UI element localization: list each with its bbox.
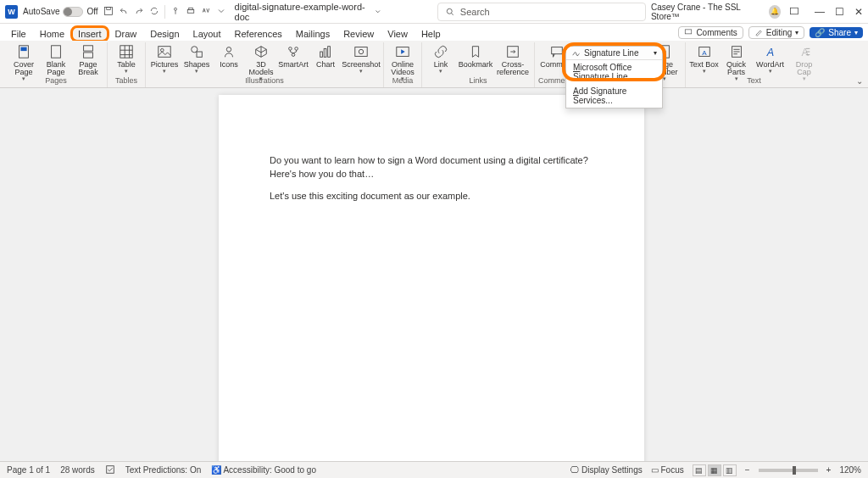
document-canvas[interactable]: Do you want to learn how to sign a Word …: [0, 88, 868, 461]
add-signature-services-item[interactable]: Add Signature Services...: [566, 84, 662, 108]
editing-mode-button[interactable]: Editing▾: [748, 26, 805, 39]
svg-point-26: [359, 49, 363, 53]
view-mode-buttons: ▤ ▦ ▥: [693, 464, 737, 476]
ms-office-signature-line-item[interactable]: Microsoft Office Signature Line...: [566, 60, 662, 84]
tab-references[interactable]: References: [229, 27, 288, 41]
autosave-state: Off: [86, 7, 97, 16]
tab-mailings[interactable]: Mailings: [290, 27, 336, 41]
screenshot-button[interactable]: Screenshot▾: [342, 42, 380, 74]
tab-view[interactable]: View: [381, 27, 414, 41]
document-page[interactable]: Do you want to learn how to sign a Word …: [219, 95, 644, 461]
tab-help[interactable]: Help: [415, 27, 447, 41]
svg-point-21: [292, 53, 295, 57]
status-accessibility[interactable]: ♿ Accessibility: Good to go: [211, 465, 316, 475]
group-tables: Table▾ Tables: [108, 42, 146, 87]
status-bar: Page 1 of 1 28 words Text Predictions: O…: [0, 461, 868, 478]
status-words[interactable]: 28 words: [60, 465, 95, 475]
avatar[interactable]: 🔔: [769, 5, 781, 19]
tab-home[interactable]: Home: [34, 27, 70, 41]
svg-rect-1: [106, 7, 110, 9]
svg-point-19: [289, 47, 292, 51]
tab-file[interactable]: File: [5, 27, 32, 41]
signature-line-button[interactable]: Signature Line ▾: [566, 47, 662, 60]
quick-access-toolbar: [103, 5, 226, 19]
redo-icon[interactable]: [134, 6, 144, 18]
tab-draw[interactable]: Draw: [109, 27, 143, 41]
search-input[interactable]: Search: [437, 3, 646, 21]
table-button[interactable]: Table▾: [111, 42, 142, 74]
search-icon: [445, 7, 455, 17]
svg-text:A: A: [801, 47, 809, 58]
maximize-button[interactable]: ☐: [835, 6, 844, 18]
paragraph-2[interactable]: Let's use this exciting document as our …: [270, 190, 593, 203]
print-layout-button[interactable]: ▦: [708, 464, 721, 476]
pictures-button[interactable]: Pictures▾: [149, 42, 180, 74]
status-page[interactable]: Page 1 of 1: [7, 465, 50, 475]
tab-design[interactable]: Design: [144, 27, 185, 41]
group-links: Link▾ Bookmark Cross- reference Links: [422, 42, 535, 87]
svg-rect-7: [686, 30, 693, 34]
tab-insert[interactable]: Insert: [72, 27, 108, 41]
wordart-button[interactable]: AWordArt▾: [754, 42, 787, 74]
text-box-button[interactable]: AText Box▾: [689, 42, 720, 74]
focus-button[interactable]: ▭ Focus: [651, 465, 684, 475]
svg-rect-13: [120, 46, 132, 58]
icons-button[interactable]: Icons: [214, 42, 244, 69]
qat-dropdown-icon[interactable]: [216, 6, 226, 18]
zoom-in-button[interactable]: +: [826, 465, 832, 475]
document-name[interactable]: digital-signature-example-word-doc: [235, 2, 381, 22]
paragraph-1[interactable]: Do you want to learn how to sign a Word …: [270, 154, 593, 181]
save-icon[interactable]: [103, 6, 114, 18]
svg-rect-22: [320, 52, 323, 57]
svg-rect-9: [20, 47, 26, 52]
status-proofing-icon[interactable]: [105, 464, 115, 476]
chart-button[interactable]: Chart: [310, 42, 341, 69]
touch-mode-icon[interactable]: [170, 6, 181, 18]
comments-button[interactable]: Comments: [678, 26, 743, 39]
tab-layout[interactable]: Layout: [187, 27, 227, 41]
svg-rect-6: [791, 8, 798, 14]
svg-rect-43: [106, 465, 114, 473]
blank-page-button[interactable]: Blank Page: [41, 42, 71, 76]
user-name[interactable]: Casey Crane - The SSL Store™: [651, 3, 760, 21]
zoom-level[interactable]: 120%: [839, 465, 861, 475]
bookmark-button[interactable]: Bookmark: [458, 42, 493, 69]
zoom-slider[interactable]: [759, 469, 818, 472]
sync-icon[interactable]: [149, 6, 159, 18]
autosave-label: AutoSave: [23, 7, 59, 16]
shapes-button[interactable]: Shapes▾: [181, 42, 212, 74]
autosave-toggle[interactable]: AutoSave Off: [23, 7, 98, 17]
status-predictions[interactable]: Text Predictions: On: [125, 465, 201, 475]
zoom-out-button[interactable]: −: [745, 465, 750, 475]
web-layout-button[interactable]: ▥: [723, 464, 737, 476]
svg-text:#: #: [663, 49, 666, 57]
svg-rect-24: [328, 47, 331, 58]
print-icon[interactable]: [186, 6, 196, 18]
ribbon: Cover Page▾ Blank Page Page Break Pages …: [0, 41, 868, 88]
share-button[interactable]: 🔗Share▾: [810, 27, 863, 38]
svg-point-18: [226, 47, 231, 52]
ribbon-display-icon[interactable]: [789, 6, 799, 18]
undo-icon[interactable]: [119, 6, 129, 18]
tab-review[interactable]: Review: [337, 27, 380, 41]
drop-cap-button[interactable]: ADrop Cap▾: [789, 42, 820, 81]
display-settings-button[interactable]: 🖵 Display Settings: [570, 465, 642, 475]
svg-point-2: [174, 8, 176, 10]
link-button[interactable]: Link▾: [426, 42, 456, 74]
smartart-button[interactable]: SmartArt: [278, 42, 309, 69]
page-break-button[interactable]: Page Break: [73, 42, 103, 76]
svg-rect-29: [551, 47, 562, 54]
collapse-ribbon-button[interactable]: ⌄: [856, 76, 863, 86]
read-mode-button[interactable]: ▤: [693, 464, 706, 476]
cover-page-button[interactable]: Cover Page▾: [8, 42, 39, 81]
close-button[interactable]: ✕: [854, 6, 863, 18]
ribbon-tabs: File Home Insert Draw Design Layout Refe…: [0, 24, 868, 41]
cross-reference-button[interactable]: Cross- reference: [495, 42, 531, 76]
minimize-button[interactable]: —: [815, 6, 825, 18]
signature-icon: [571, 48, 581, 58]
svg-text:A: A: [765, 47, 773, 58]
svg-rect-23: [324, 48, 326, 57]
svg-rect-4: [188, 8, 192, 9]
svg-rect-17: [197, 52, 202, 57]
spelling-icon[interactable]: [201, 6, 211, 18]
